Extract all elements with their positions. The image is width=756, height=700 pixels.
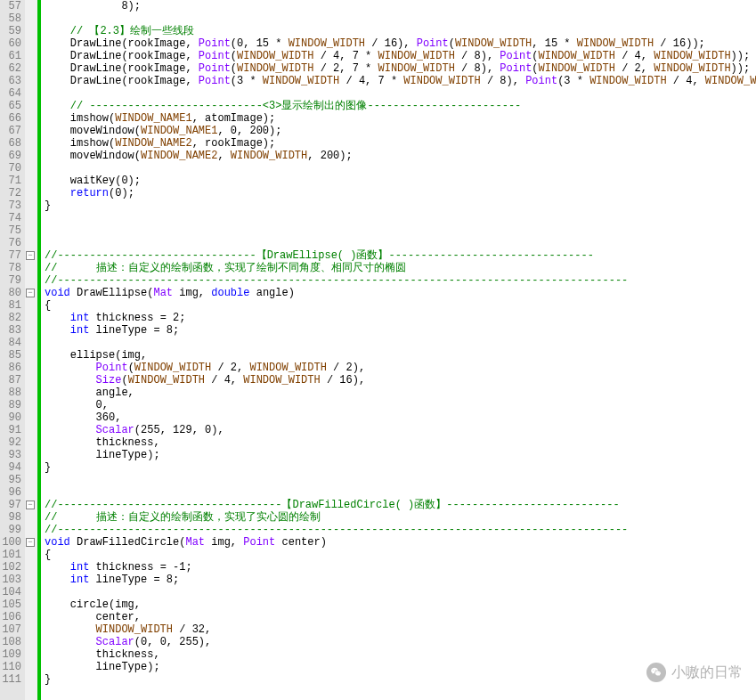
line-number: 57 (0, 0, 21, 12)
line-number-gutter: 5758596061626364656667686970717273747576… (0, 0, 25, 700)
code-line[interactable] (45, 586, 756, 598)
line-number: 67 (0, 125, 21, 137)
code-line[interactable]: ellipse(img, (45, 349, 756, 362)
code-line[interactable]: DrawLine(rookImage, Point(WINDOW_WIDTH /… (45, 50, 756, 62)
code-line[interactable]: 360, (45, 411, 756, 424)
line-number: 80 (0, 287, 21, 299)
code-line[interactable]: DrawLine(rookImage, Point(0, 15 * WINDOW… (45, 37, 756, 50)
line-number: 85 (0, 349, 21, 362)
line-number: 75 (0, 224, 21, 237)
code-line[interactable] (45, 237, 756, 249)
code-line[interactable] (45, 212, 756, 224)
line-number: 68 (0, 137, 21, 150)
line-number: 62 (0, 62, 21, 75)
line-number: 102 (0, 561, 21, 574)
code-line[interactable]: { (45, 549, 756, 561)
code-line[interactable]: return(0); (45, 187, 756, 199)
fold-column[interactable]: −−−− (25, 0, 37, 700)
line-number: 97 (0, 499, 21, 511)
code-line[interactable]: //--------------------------------------… (45, 274, 756, 287)
code-line[interactable]: waitKey(0); (45, 175, 756, 187)
line-number: 110 (0, 661, 21, 673)
code-line[interactable]: // 描述：自定义的绘制函数，实现了绘制不同角度、相同尺寸的椭圆 (45, 262, 756, 274)
code-line[interactable]: // ---------------------------<3>显示绘制出的图… (45, 100, 756, 112)
code-line[interactable]: int lineType = 8; (45, 574, 756, 586)
code-line[interactable]: // 描述：自定义的绘制函数，实现了实心圆的绘制 (45, 511, 756, 524)
code-line[interactable]: // 【2.3】绘制一些线段 (45, 25, 756, 37)
code-line[interactable] (45, 12, 756, 25)
line-number: 84 (0, 337, 21, 349)
line-number: 99 (0, 524, 21, 536)
line-number: 81 (0, 299, 21, 312)
code-line[interactable]: angle, (45, 387, 756, 399)
line-number: 104 (0, 586, 21, 598)
code-line[interactable]: Scalar(255, 129, 0), (45, 424, 756, 436)
code-line[interactable]: moveWindow(WINDOW_NAME2, WINDOW_WIDTH, 2… (45, 150, 756, 162)
code-line[interactable]: Size(WINDOW_WIDTH / 4, WINDOW_WIDTH / 16… (45, 374, 756, 387)
line-number: 79 (0, 274, 21, 287)
code-line[interactable]: 8); (45, 0, 756, 12)
code-line[interactable]: int thickness = 2; (45, 312, 756, 324)
code-line[interactable] (45, 486, 756, 499)
code-line[interactable]: Point(WINDOW_WIDTH / 2, WINDOW_WIDTH / 2… (45, 362, 756, 374)
line-number: 61 (0, 50, 21, 62)
code-line[interactable]: imshow(WINDOW_NAME2, rookImage); (45, 137, 756, 150)
wechat-icon (646, 663, 666, 682)
line-number: 78 (0, 262, 21, 274)
fold-toggle[interactable]: − (26, 289, 35, 297)
line-number: 100 (0, 536, 21, 549)
line-number: 71 (0, 175, 21, 187)
line-number: 90 (0, 411, 21, 424)
code-line[interactable] (45, 224, 756, 237)
code-line[interactable]: thickness, (45, 436, 756, 449)
code-line[interactable]: imshow(WINDOW_NAME1, atomImage); (45, 112, 756, 125)
code-line[interactable]: { (45, 299, 756, 312)
line-number: 95 (0, 474, 21, 486)
code-line[interactable]: void DrawFilledCircle(Mat img, Point cen… (45, 536, 756, 549)
code-line[interactable]: thickness, (45, 648, 756, 661)
code-editor[interactable]: 5758596061626364656667686970717273747576… (0, 0, 756, 700)
code-line[interactable] (45, 87, 756, 100)
fold-toggle[interactable]: − (26, 538, 35, 547)
line-number: 58 (0, 12, 21, 25)
line-number: 89 (0, 399, 21, 411)
code-line[interactable]: } (45, 461, 756, 474)
line-number: 107 (0, 623, 21, 636)
code-line[interactable]: //-----------------------------------【Dr… (45, 499, 756, 511)
line-number: 73 (0, 199, 21, 212)
line-number: 69 (0, 150, 21, 162)
code-line[interactable]: lineType); (45, 449, 756, 461)
code-line[interactable]: //-------------------------------【DrawEl… (45, 249, 756, 262)
code-line[interactable]: int thickness = -1; (45, 561, 756, 574)
line-number: 63 (0, 75, 21, 87)
code-line[interactable]: moveWindow(WINDOW_NAME1, 0, 200); (45, 125, 756, 137)
line-number: 93 (0, 449, 21, 461)
fold-toggle[interactable]: − (26, 501, 35, 509)
code-line[interactable]: circle(img, (45, 598, 756, 611)
code-content[interactable]: 8); // 【2.3】绘制一些线段 DrawLine(rookImage, P… (41, 0, 756, 700)
code-line[interactable]: void DrawEllipse(Mat img, double angle) (45, 287, 756, 299)
line-number: 87 (0, 374, 21, 387)
code-line[interactable]: center, (45, 611, 756, 623)
code-line[interactable]: //--------------------------------------… (45, 524, 756, 536)
code-line[interactable]: Scalar(0, 0, 255), (45, 636, 756, 648)
code-line[interactable]: 0, (45, 399, 756, 411)
code-line[interactable]: int lineType = 8; (45, 324, 756, 337)
line-number: 96 (0, 486, 21, 499)
code-line[interactable]: DrawLine(rookImage, Point(WINDOW_WIDTH /… (45, 62, 756, 75)
line-number: 111 (0, 673, 21, 686)
line-number: 101 (0, 549, 21, 561)
code-line[interactable] (45, 337, 756, 349)
code-line[interactable]: } (45, 199, 756, 212)
fold-toggle[interactable]: − (26, 251, 35, 260)
code-line[interactable]: DrawLine(rookImage, Point(3 * WINDOW_WID… (45, 75, 756, 87)
line-number: 72 (0, 187, 21, 199)
code-line[interactable] (45, 474, 756, 486)
code-line[interactable] (45, 162, 756, 175)
line-number: 109 (0, 648, 21, 661)
line-number: 86 (0, 362, 21, 374)
code-line[interactable]: WINDOW_WIDTH / 32, (45, 623, 756, 636)
line-number: 91 (0, 424, 21, 436)
line-number: 103 (0, 574, 21, 586)
line-number: 66 (0, 112, 21, 125)
